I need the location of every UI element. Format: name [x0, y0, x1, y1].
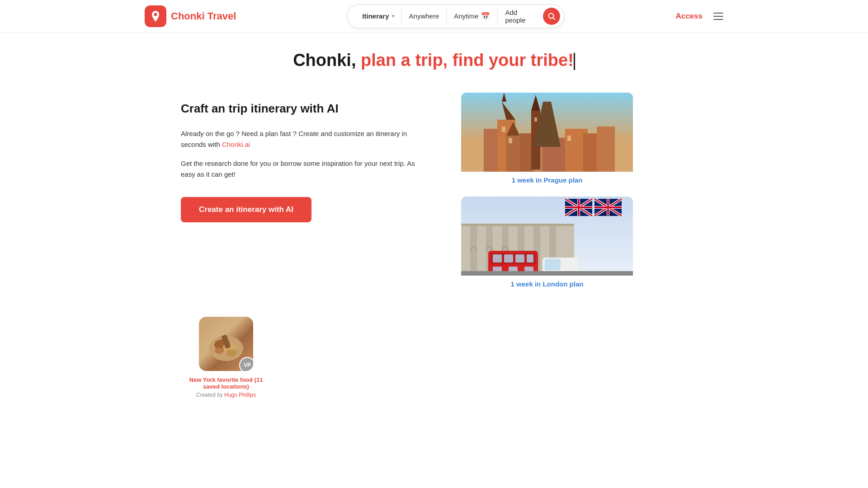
logo-icon — [145, 5, 166, 27]
lower-section: VP New York favorite food (11 saved loca… — [145, 308, 723, 416]
access-button[interactable]: Access — [675, 12, 703, 21]
svg-line-2 — [553, 18, 555, 19]
logo-text: Chonki Travel — [171, 10, 236, 22]
anytime-label: Anytime — [454, 12, 478, 20]
left-para2: Get the research done for you or borrow … — [181, 158, 425, 180]
chevron-down-icon: ▾ — [392, 14, 394, 19]
svg-rect-16 — [506, 136, 520, 172]
svg-rect-54 — [527, 254, 533, 263]
svg-point-69 — [226, 349, 237, 357]
svg-rect-19 — [509, 138, 512, 143]
avatar-badge: VP — [239, 357, 253, 371]
food-image-wrap: VP — [199, 317, 253, 371]
svg-rect-21 — [567, 136, 571, 141]
logo[interactable]: Chonki Travel — [145, 5, 236, 27]
svg-rect-51 — [493, 254, 502, 263]
nav-right: Access — [675, 12, 723, 21]
food-subtitle-prefix: Created by — [196, 392, 224, 398]
svg-rect-42 — [461, 224, 574, 226]
add-people-segment[interactable]: Add people — [498, 8, 539, 24]
svg-point-0 — [154, 13, 157, 16]
food-card[interactable]: VP New York favorite food (11 saved loca… — [181, 317, 271, 398]
left-panel: Craft an trip itinerary with AI Already … — [181, 93, 425, 222]
svg-point-68 — [215, 347, 224, 354]
hero-section: Chonki, plan a trip, find your tribe! — [0, 33, 868, 75]
add-people-label: Add people — [505, 9, 532, 24]
london-card[interactable]: 1 week in London plan — [461, 197, 633, 290]
london-image — [461, 197, 633, 276]
search-bar: Itinerary ▾ Anywhere Anytime 📅 Add peopl… — [347, 5, 564, 28]
anywhere-label: Anywhere — [409, 12, 439, 20]
menu-icon-line2 — [713, 16, 723, 17]
food-subtitle-link[interactable]: Hugo Phillips — [224, 392, 256, 398]
svg-rect-20 — [534, 117, 537, 122]
menu-icon-line3 — [713, 19, 723, 20]
left-heading: Craft an trip itinerary with AI — [181, 102, 425, 116]
food-card-title: New York favorite food (11 saved locatio… — [181, 376, 271, 390]
svg-rect-61 — [545, 259, 561, 270]
food-card-subtitle: Created by Hugo Phillips — [181, 392, 271, 398]
cursor-blink — [574, 53, 575, 70]
svg-rect-53 — [515, 254, 524, 263]
svg-rect-13 — [597, 127, 615, 172]
anywhere-segment[interactable]: Anywhere — [402, 8, 447, 24]
itinerary-segment[interactable]: Itinerary ▾ — [355, 8, 401, 24]
search-button[interactable] — [543, 8, 560, 25]
hero-title: Chonki, plan a trip, find your tribe! — [0, 51, 868, 70]
london-label: 1 week in London plan — [461, 276, 633, 290]
prague-card[interactable]: 1 week in Prague plan — [461, 93, 633, 186]
right-panel: 1 week in Prague plan — [461, 93, 633, 290]
menu-button[interactable] — [713, 13, 723, 20]
anytime-segment[interactable]: Anytime 📅 — [447, 8, 498, 24]
main-content: Craft an trip itinerary with AI Already … — [145, 75, 723, 308]
menu-icon-line1 — [713, 13, 723, 14]
svg-rect-43 — [470, 226, 477, 276]
svg-rect-18 — [502, 127, 505, 132]
prague-label: 1 week in Prague plan — [461, 172, 633, 186]
create-itinerary-button[interactable]: Create an itinerary with AI — [181, 197, 311, 222]
calendar-icon: 📅 — [481, 12, 490, 20]
chonki-ai-link[interactable]: Chonki.ai — [222, 141, 250, 148]
svg-rect-31 — [565, 206, 592, 208]
left-para1: Already on the go ? Need a plan fast ? C… — [181, 128, 425, 150]
hero-title-start: Chonki, — [293, 51, 361, 70]
prague-image — [461, 93, 633, 172]
svg-rect-64 — [461, 271, 633, 276]
navbar: Chonki Travel Itinerary ▾ Anywhere Anyti… — [0, 0, 868, 33]
svg-rect-40 — [594, 206, 622, 208]
itinerary-label: Itinerary — [362, 12, 389, 20]
svg-rect-52 — [504, 254, 513, 263]
left-para1-before: Already on the go ? Need a plan fast ? C… — [181, 130, 407, 148]
hero-title-colored: plan a trip, find your tribe! — [361, 51, 574, 70]
